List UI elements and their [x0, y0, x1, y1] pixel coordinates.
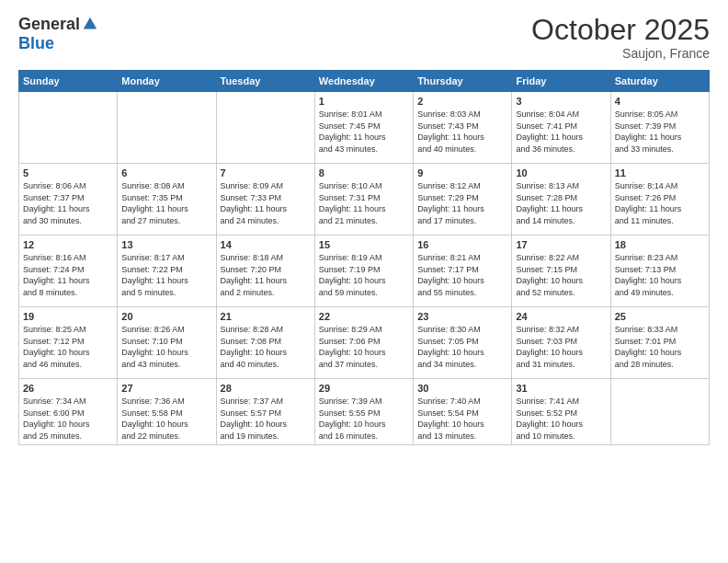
day-number: 21 [221, 311, 311, 322]
table-row: 11Sunrise: 8:14 AM Sunset: 7:26 PM Dayli… [610, 164, 709, 236]
day-number: 10 [516, 167, 606, 178]
table-row: 3Sunrise: 8:04 AM Sunset: 7:41 PM Daylig… [512, 92, 610, 164]
day-number: 19 [23, 311, 113, 322]
calendar-header: Sunday Monday Tuesday Wednesday Thursday… [19, 71, 710, 92]
day-info: Sunrise: 7:40 AM Sunset: 5:54 PM Dayligh… [417, 396, 507, 442]
day-number: 25 [615, 311, 705, 322]
table-row: 30Sunrise: 7:40 AM Sunset: 5:54 PM Dayli… [414, 379, 512, 445]
day-info: Sunrise: 8:28 AM Sunset: 7:08 PM Dayligh… [221, 324, 311, 370]
day-number: 7 [221, 167, 311, 178]
table-row: 21Sunrise: 8:28 AM Sunset: 7:08 PM Dayli… [216, 307, 314, 379]
day-number: 11 [615, 167, 705, 178]
day-info: Sunrise: 7:34 AM Sunset: 6:00 PM Dayligh… [23, 396, 113, 442]
table-row: 25Sunrise: 8:33 AM Sunset: 7:01 PM Dayli… [610, 307, 709, 379]
col-thursday: Thursday [414, 71, 512, 92]
day-info: Sunrise: 7:36 AM Sunset: 5:58 PM Dayligh… [121, 396, 211, 442]
day-info: Sunrise: 7:37 AM Sunset: 5:57 PM Dayligh… [221, 396, 311, 442]
location-subtitle: Saujon, France [531, 46, 710, 61]
col-tuesday: Tuesday [216, 71, 314, 92]
day-info: Sunrise: 8:32 AM Sunset: 7:03 PM Dayligh… [516, 324, 606, 370]
table-row: 14Sunrise: 8:18 AM Sunset: 7:20 PM Dayli… [216, 236, 314, 307]
day-number: 29 [319, 383, 409, 394]
table-row: 18Sunrise: 8:23 AM Sunset: 7:13 PM Dayli… [610, 236, 709, 307]
col-friday: Friday [512, 71, 610, 92]
day-number: 17 [516, 239, 606, 250]
table-row: 24Sunrise: 8:32 AM Sunset: 7:03 PM Dayli… [512, 307, 610, 379]
table-row: 23Sunrise: 8:30 AM Sunset: 7:05 PM Dayli… [414, 307, 512, 379]
day-number: 12 [23, 239, 113, 250]
calendar-week-3: 12Sunrise: 8:16 AM Sunset: 7:24 PM Dayli… [19, 236, 710, 307]
table-row: 16Sunrise: 8:21 AM Sunset: 7:17 PM Dayli… [414, 236, 512, 307]
col-monday: Monday [118, 71, 216, 92]
calendar-week-1: 1Sunrise: 8:01 AM Sunset: 7:45 PM Daylig… [19, 92, 710, 164]
day-number: 9 [417, 167, 507, 178]
day-info: Sunrise: 8:25 AM Sunset: 7:12 PM Dayligh… [23, 324, 113, 370]
day-info: Sunrise: 7:41 AM Sunset: 5:52 PM Dayligh… [516, 396, 606, 442]
calendar-table: Sunday Monday Tuesday Wednesday Thursday… [18, 70, 710, 445]
table-row: 29Sunrise: 7:39 AM Sunset: 5:55 PM Dayli… [314, 379, 413, 445]
col-sunday: Sunday [19, 71, 118, 92]
day-number: 27 [121, 383, 211, 394]
calendar-week-5: 26Sunrise: 7:34 AM Sunset: 6:00 PM Dayli… [19, 379, 710, 445]
table-row: 13Sunrise: 8:17 AM Sunset: 7:22 PM Dayli… [118, 236, 216, 307]
header-row: Sunday Monday Tuesday Wednesday Thursday… [19, 71, 710, 92]
month-title: October 2025 [531, 15, 710, 44]
page-header: General Blue October 2025 Saujon, France [18, 15, 710, 61]
col-wednesday: Wednesday [314, 71, 413, 92]
title-block: October 2025 Saujon, France [531, 15, 710, 61]
day-number: 15 [319, 239, 409, 250]
day-info: Sunrise: 8:06 AM Sunset: 7:37 PM Dayligh… [23, 180, 113, 226]
table-row: 10Sunrise: 8:13 AM Sunset: 7:28 PM Dayli… [512, 164, 610, 236]
table-row: 28Sunrise: 7:37 AM Sunset: 5:57 PM Dayli… [216, 379, 314, 445]
table-row: 4Sunrise: 8:05 AM Sunset: 7:39 PM Daylig… [610, 92, 709, 164]
day-number: 8 [319, 167, 409, 178]
table-row [118, 92, 216, 164]
table-row: 31Sunrise: 7:41 AM Sunset: 5:52 PM Dayli… [512, 379, 610, 445]
calendar-page: General Blue October 2025 Saujon, France… [0, 0, 728, 563]
calendar-body: 1Sunrise: 8:01 AM Sunset: 7:45 PM Daylig… [19, 92, 710, 445]
day-number: 3 [516, 96, 606, 107]
logo-icon [82, 16, 98, 32]
table-row: 8Sunrise: 8:10 AM Sunset: 7:31 PM Daylig… [314, 164, 413, 236]
day-info: Sunrise: 8:33 AM Sunset: 7:01 PM Dayligh… [615, 324, 705, 370]
day-info: Sunrise: 8:03 AM Sunset: 7:43 PM Dayligh… [417, 109, 507, 155]
col-saturday: Saturday [610, 71, 709, 92]
table-row: 17Sunrise: 8:22 AM Sunset: 7:15 PM Dayli… [512, 236, 610, 307]
table-row: 15Sunrise: 8:19 AM Sunset: 7:19 PM Dayli… [314, 236, 413, 307]
day-info: Sunrise: 8:22 AM Sunset: 7:15 PM Dayligh… [516, 252, 606, 298]
svg-marker-0 [84, 17, 97, 29]
day-info: Sunrise: 8:14 AM Sunset: 7:26 PM Dayligh… [615, 180, 705, 226]
logo-general-text: General [18, 15, 80, 34]
table-row [610, 379, 709, 445]
day-info: Sunrise: 8:09 AM Sunset: 7:33 PM Dayligh… [221, 180, 311, 226]
day-number: 18 [615, 239, 705, 250]
logo-blue-text: Blue [18, 34, 54, 53]
day-number: 28 [221, 383, 311, 394]
table-row: 7Sunrise: 8:09 AM Sunset: 7:33 PM Daylig… [216, 164, 314, 236]
day-info: Sunrise: 8:16 AM Sunset: 7:24 PM Dayligh… [23, 252, 113, 298]
day-info: Sunrise: 8:26 AM Sunset: 7:10 PM Dayligh… [121, 324, 211, 370]
calendar-week-4: 19Sunrise: 8:25 AM Sunset: 7:12 PM Dayli… [19, 307, 710, 379]
table-row: 5Sunrise: 8:06 AM Sunset: 7:37 PM Daylig… [19, 164, 118, 236]
calendar-week-2: 5Sunrise: 8:06 AM Sunset: 7:37 PM Daylig… [19, 164, 710, 236]
table-row: 12Sunrise: 8:16 AM Sunset: 7:24 PM Dayli… [19, 236, 118, 307]
table-row: 1Sunrise: 8:01 AM Sunset: 7:45 PM Daylig… [314, 92, 413, 164]
day-info: Sunrise: 8:17 AM Sunset: 7:22 PM Dayligh… [121, 252, 211, 298]
day-info: Sunrise: 8:30 AM Sunset: 7:05 PM Dayligh… [417, 324, 507, 370]
table-row [19, 92, 118, 164]
table-row: 9Sunrise: 8:12 AM Sunset: 7:29 PM Daylig… [414, 164, 512, 236]
day-number: 23 [417, 311, 507, 322]
day-number: 6 [121, 167, 211, 178]
table-row: 2Sunrise: 8:03 AM Sunset: 7:43 PM Daylig… [414, 92, 512, 164]
day-info: Sunrise: 8:04 AM Sunset: 7:41 PM Dayligh… [516, 109, 606, 155]
day-number: 1 [319, 96, 409, 107]
day-number: 14 [221, 239, 311, 250]
day-info: Sunrise: 8:19 AM Sunset: 7:19 PM Dayligh… [319, 252, 409, 298]
table-row [216, 92, 314, 164]
table-row: 26Sunrise: 7:34 AM Sunset: 6:00 PM Dayli… [19, 379, 118, 445]
logo: General Blue [18, 15, 98, 53]
day-info: Sunrise: 7:39 AM Sunset: 5:55 PM Dayligh… [319, 396, 409, 442]
day-info: Sunrise: 8:13 AM Sunset: 7:28 PM Dayligh… [516, 180, 606, 226]
day-info: Sunrise: 8:08 AM Sunset: 7:35 PM Dayligh… [121, 180, 211, 226]
day-number: 24 [516, 311, 606, 322]
